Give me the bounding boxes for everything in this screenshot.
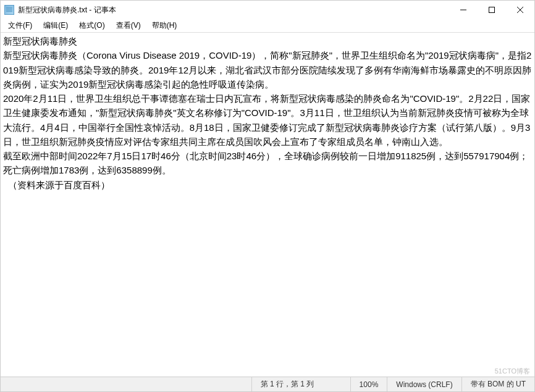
menu-file[interactable]: 文件(F) bbox=[3, 19, 37, 32]
menu-help[interactable]: 帮助(H) bbox=[147, 19, 182, 32]
menu-format[interactable]: 格式(O) bbox=[74, 19, 109, 32]
status-zoom: 100% bbox=[350, 377, 387, 391]
window-controls bbox=[449, 1, 534, 19]
titlebar-left: 新型冠状病毒肺炎.txt - 记事本 bbox=[4, 5, 116, 15]
notepad-icon bbox=[4, 5, 14, 15]
text-area[interactable]: 新型冠状病毒肺炎 新型冠状病毒肺炎（Corona Virus Disease 2… bbox=[1, 33, 534, 377]
window-title: 新型冠状病毒肺炎.txt - 记事本 bbox=[18, 5, 116, 15]
maximize-button[interactable] bbox=[478, 1, 506, 19]
titlebar: 新型冠状病毒肺炎.txt - 记事本 bbox=[1, 1, 534, 19]
close-button[interactable] bbox=[506, 1, 534, 19]
menubar: 文件(F) 编辑(E) 格式(O) 查看(V) 帮助(H) bbox=[1, 19, 534, 33]
status-encoding: 带有 BOM 的 UT bbox=[461, 377, 534, 391]
statusbar: 第 1 行，第 1 列 100% Windows (CRLF) 带有 BOM 的… bbox=[1, 377, 534, 391]
menu-edit[interactable]: 编辑(E) bbox=[38, 19, 73, 32]
menu-view[interactable]: 查看(V) bbox=[111, 19, 146, 32]
status-position: 第 1 行，第 1 列 bbox=[251, 377, 350, 391]
minimize-button[interactable] bbox=[449, 1, 478, 19]
status-line-ending: Windows (CRLF) bbox=[387, 377, 461, 391]
svg-rect-1 bbox=[489, 7, 495, 13]
